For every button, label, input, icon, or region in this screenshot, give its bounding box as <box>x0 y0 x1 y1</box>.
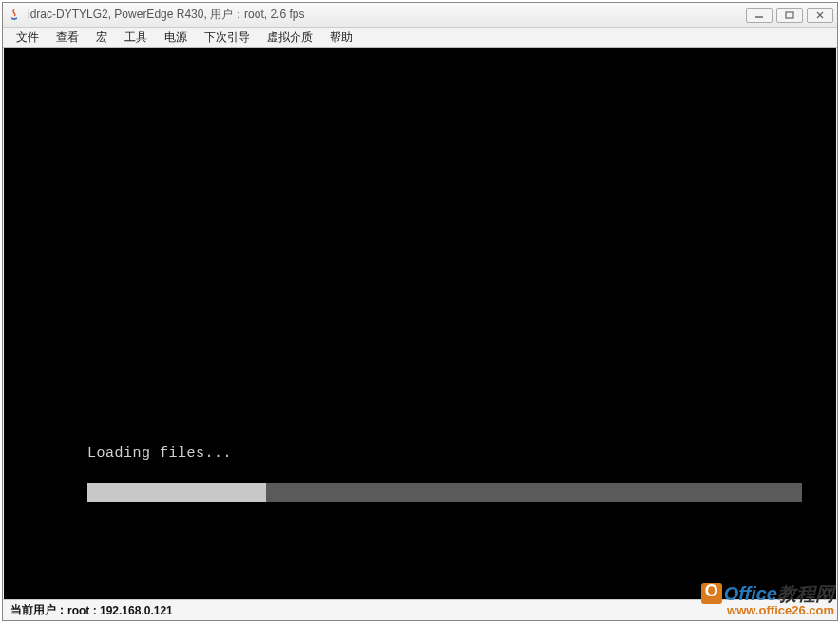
menu-help[interactable]: 帮助 <box>322 28 360 47</box>
status-label: 当前用户： <box>10 602 67 618</box>
svg-rect-1 <box>786 12 793 18</box>
maximize-button[interactable] <box>776 8 803 23</box>
application-window: idrac-DYTYLG2, PowerEdge R430, 用户：root, … <box>2 2 838 621</box>
status-user: root <box>67 604 89 617</box>
window-title: idrac-DYTYLG2, PowerEdge R430, 用户：root, … <box>28 7 746 23</box>
menu-macros[interactable]: 宏 <box>88 28 115 47</box>
loading-text: Loading files... <box>87 445 232 462</box>
close-button[interactable] <box>807 8 833 23</box>
progress-fill <box>87 483 266 502</box>
status-ip: 192.168.0.121 <box>100 604 173 617</box>
menu-view[interactable]: 查看 <box>48 28 86 47</box>
console-viewport[interactable]: Loading files... <box>4 48 836 599</box>
java-icon <box>7 8 22 23</box>
window-controls <box>746 8 833 23</box>
menu-file[interactable]: 文件 <box>9 28 47 47</box>
status-sep: : <box>89 604 100 617</box>
menu-bar: 文件 查看 宏 工具 电源 下次引导 虚拟介质 帮助 <box>3 28 837 48</box>
progress-bar <box>87 483 802 502</box>
menu-next-boot[interactable]: 下次引导 <box>197 28 258 47</box>
menu-tools[interactable]: 工具 <box>117 28 155 47</box>
title-bar[interactable]: idrac-DYTYLG2, PowerEdge R430, 用户：root, … <box>3 3 837 28</box>
status-bar: 当前用户： root : 192.168.0.121 <box>3 599 837 620</box>
minimize-button[interactable] <box>746 8 773 23</box>
menu-power[interactable]: 电源 <box>157 28 195 47</box>
menu-virtual-media[interactable]: 虚拟介质 <box>259 28 320 47</box>
